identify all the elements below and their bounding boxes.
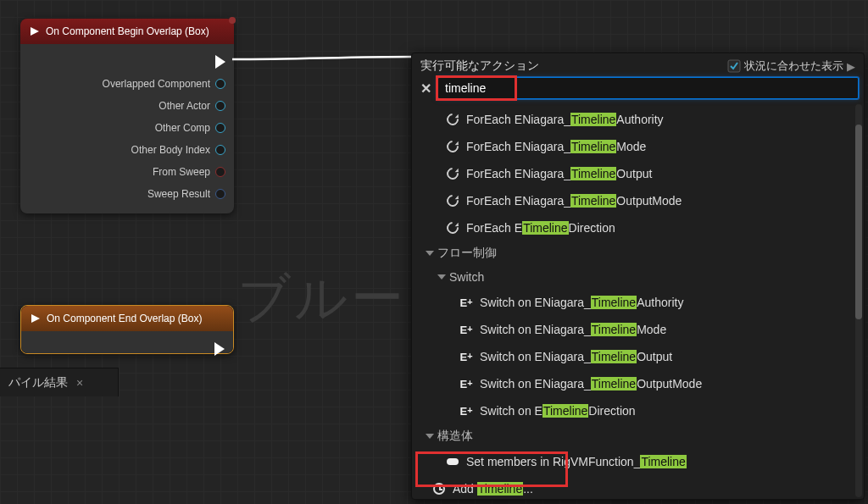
enum-icon: E+	[458, 405, 475, 418]
output-pin[interactable]	[215, 101, 225, 111]
node-end-overlap[interactable]: On Component End Overlap (Box)	[20, 305, 234, 354]
output-pin[interactable]	[215, 123, 225, 133]
checkmark-icon	[727, 59, 741, 73]
output-pin[interactable]	[215, 145, 225, 155]
list-item[interactable]: ForEach ENiagara_TimelineOutput	[412, 160, 862, 187]
node-header[interactable]: On Component End Overlap (Box)	[21, 306, 233, 331]
exec-output-pin[interactable]	[215, 55, 225, 69]
output-pin[interactable]	[215, 167, 225, 177]
list-item[interactable]: ForEach ENiagara_TimelineAuthority	[412, 106, 862, 133]
search-input-container	[437, 77, 859, 99]
pin-label: Overlapped Component	[103, 78, 210, 90]
graph-watermark: ブルー	[237, 263, 407, 334]
loop-icon	[444, 114, 461, 125]
add-timeline-item[interactable]: Add Timeline...	[412, 475, 862, 499]
output-pin[interactable]	[215, 189, 225, 199]
list-item[interactable]: E+Switch on ENiagara_TimelineAuthority	[412, 289, 862, 316]
event-icon	[30, 313, 42, 324]
pill-icon	[444, 458, 461, 465]
triangle-down-icon	[437, 274, 446, 280]
enum-icon: E+	[458, 296, 475, 309]
loop-icon	[444, 141, 461, 152]
results-label: パイル結果	[8, 375, 68, 390]
list-item[interactable]: E+Switch on ENiagara_TimelineOutput	[412, 343, 862, 370]
pin-label: Sweep Result	[147, 188, 210, 200]
list-item[interactable]: E+Switch on ENiagara_TimelineMode	[412, 316, 862, 343]
triangle-down-icon	[426, 251, 434, 256]
scrollbar-thumb[interactable]	[855, 125, 862, 319]
output-pin[interactable]	[215, 79, 225, 89]
node-body	[21, 331, 233, 353]
enum-icon: E+	[458, 324, 475, 336]
list-item[interactable]: E+Switch on ENiagara_TimelineOutputMode	[412, 370, 862, 397]
exec-output-pin[interactable]	[214, 342, 225, 356]
node-begin-overlap[interactable]: On Component Begin Overlap (Box) Overlap…	[20, 19, 234, 213]
loop-icon	[444, 195, 461, 207]
category-struct[interactable]: 構造体	[412, 424, 862, 448]
pin-label: From Sweep	[153, 166, 210, 178]
context-sensitive-checkbox[interactable]: 状況に合わせた表示 ▶	[727, 58, 855, 74]
event-icon	[29, 25, 41, 37]
clear-search-button[interactable]: ✕	[417, 80, 434, 97]
loop-icon	[444, 222, 461, 234]
search-input[interactable]	[438, 78, 858, 98]
compile-results-tab[interactable]: パイル結果 ×	[0, 368, 119, 396]
clock-icon	[431, 483, 448, 495]
triangle-down-icon	[426, 434, 434, 439]
loop-icon	[444, 168, 461, 180]
list-item[interactable]: E+Switch on ETimelineDirection	[412, 397, 862, 424]
pin-label: Other Body Index	[131, 144, 210, 156]
node-title: On Component Begin Overlap (Box)	[46, 25, 209, 37]
action-list: ForEach ENiagara_TimelineAuthority ForEa…	[412, 102, 864, 499]
exec-wire	[231, 53, 417, 69]
svg-marker-0	[31, 27, 39, 36]
menu-title: 実行可能なアクション	[420, 58, 539, 74]
node-body: Overlapped Component Other Actor Other C…	[20, 44, 234, 213]
list-item[interactable]: Set members in RigVMFunction_Timeline	[412, 448, 862, 475]
enum-icon: E+	[458, 378, 475, 390]
chevron-right-icon: ▶	[847, 60, 855, 73]
svg-marker-1	[31, 314, 40, 323]
node-header[interactable]: On Component Begin Overlap (Box)	[20, 19, 234, 44]
enum-icon: E+	[458, 351, 475, 363]
scrollbar[interactable]	[855, 104, 862, 497]
list-item[interactable]: ForEach ENiagara_TimelineMode	[412, 133, 862, 160]
category-switch[interactable]: Switch	[412, 265, 862, 289]
list-item[interactable]: ForEach ETimelineDirection	[412, 214, 862, 241]
action-menu-popup: 実行可能なアクション 状況に合わせた表示 ▶ ✕ ForEach ENiagar…	[411, 53, 865, 500]
category-flow-control[interactable]: フロー制御	[412, 241, 862, 265]
pin-label: Other Comp	[155, 122, 210, 134]
list-item[interactable]: ForEach ENiagara_TimelineOutputMode	[412, 187, 862, 214]
context-label: 状況に合わせた表示	[744, 58, 843, 74]
close-icon[interactable]: ×	[76, 376, 83, 390]
pin-label: Other Actor	[159, 100, 210, 112]
node-title: On Component End Overlap (Box)	[47, 313, 202, 324]
